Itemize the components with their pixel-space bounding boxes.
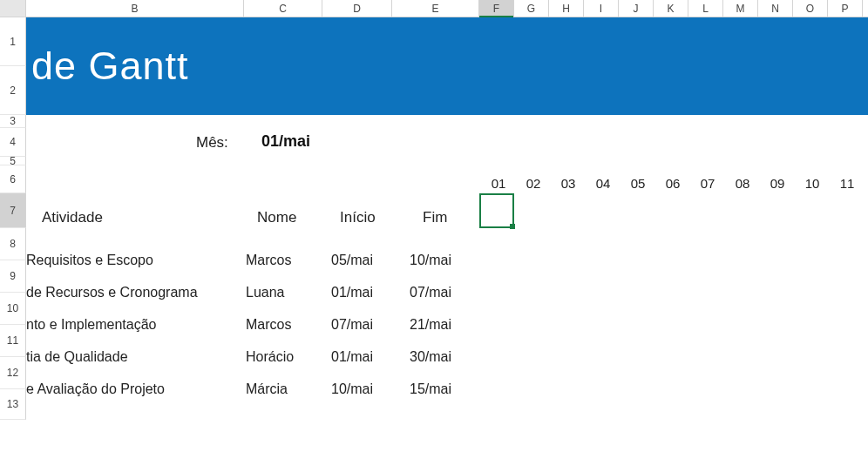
- active-cell-outline: [479, 193, 514, 228]
- row-header-5[interactable]: 5: [0, 157, 26, 165]
- cell-atividade: e Avaliação do Projeto: [26, 381, 165, 397]
- gantt-day-cell: 11: [830, 176, 865, 191]
- header-inicio: Início: [340, 209, 376, 226]
- column-header-P[interactable]: P: [828, 0, 863, 17]
- gantt-day-cell: 10: [795, 176, 830, 191]
- header-fim: Fim: [423, 209, 447, 226]
- cell-nome: Horácio: [246, 349, 294, 365]
- row-header-3[interactable]: 3: [0, 115, 26, 128]
- column-header-K[interactable]: K: [654, 0, 688, 17]
- column-header-N[interactable]: N: [758, 0, 793, 17]
- gantt-day-header: 0102030405060708091011: [481, 176, 865, 191]
- row-header-9[interactable]: 9: [0, 260, 26, 293]
- row-header-13[interactable]: 13: [0, 389, 26, 420]
- row-header-6[interactable]: 6: [0, 165, 26, 193]
- row-header-10[interactable]: 10: [0, 293, 26, 325]
- cell-nome: Luana: [246, 285, 285, 300]
- title-banner: de Gantt: [26, 17, 868, 115]
- cell-inicio: 01/mai: [331, 349, 373, 365]
- cell-nome: Marcos: [246, 253, 291, 268]
- gantt-day-cell: 04: [586, 176, 620, 191]
- column-header-O[interactable]: O: [793, 0, 828, 17]
- column-header-D[interactable]: D: [322, 0, 392, 17]
- row-header-column: 12345678910111213: [0, 17, 26, 420]
- cell-atividade: de Recursos e Cronograma: [26, 285, 198, 300]
- row-header-12[interactable]: 12: [0, 357, 26, 389]
- column-header-F[interactable]: F: [479, 0, 514, 17]
- cell-inicio: 01/mai: [331, 285, 373, 300]
- header-atividade: Atividade: [42, 209, 103, 226]
- cell-inicio: 10/mai: [331, 381, 373, 397]
- cell-atividade: nto e Implementação: [26, 317, 156, 333]
- gantt-day-cell: 07: [690, 176, 725, 191]
- column-header-C[interactable]: C: [244, 0, 322, 17]
- title-text: de Gantt: [31, 44, 189, 89]
- cell-atividade: tia de Qualidade: [26, 349, 128, 365]
- column-header-M[interactable]: M: [723, 0, 758, 17]
- cell-atividade: Requisitos e Escopo: [26, 253, 153, 268]
- cell-fim: 30/mai: [410, 349, 451, 365]
- row-header-7[interactable]: 7: [0, 193, 26, 228]
- cell-nome: Márcia: [246, 381, 288, 397]
- column-header-E[interactable]: E: [392, 0, 479, 17]
- sheet-content[interactable]: de Gantt Mês: 01/mai 0102030405060708091…: [26, 17, 868, 452]
- cell-fim: 10/mai: [410, 253, 451, 268]
- row-header-8[interactable]: 8: [0, 228, 26, 260]
- select-all-corner[interactable]: [0, 0, 26, 17]
- row-header-11[interactable]: 11: [0, 325, 26, 357]
- cell-nome: Marcos: [246, 317, 291, 333]
- column-header-B[interactable]: B: [26, 0, 244, 17]
- row-header-4[interactable]: 4: [0, 128, 26, 157]
- column-header-L[interactable]: L: [688, 0, 723, 17]
- gantt-day-cell: 01: [481, 176, 516, 191]
- fill-handle[interactable]: [510, 224, 515, 229]
- gantt-day-cell: 09: [760, 176, 795, 191]
- column-header-row: BCDEFGHIJKLMNOP: [0, 0, 868, 17]
- cell-fim: 07/mai: [410, 285, 451, 300]
- row-header-2[interactable]: 2: [0, 66, 26, 115]
- column-header-G[interactable]: G: [514, 0, 549, 17]
- gantt-day-cell: 05: [620, 176, 655, 191]
- header-nome: Nome: [257, 209, 296, 226]
- cell-inicio: 05/mai: [331, 253, 373, 268]
- column-header-J[interactable]: J: [619, 0, 654, 17]
- column-header-H[interactable]: H: [549, 0, 584, 17]
- gantt-day-cell: 03: [551, 176, 586, 191]
- month-label: Mês:: [196, 134, 228, 152]
- gantt-day-cell: 08: [725, 176, 760, 191]
- month-value[interactable]: 01/mai: [261, 132, 310, 151]
- gantt-day-cell: 06: [655, 176, 690, 191]
- column-header-I[interactable]: I: [584, 0, 619, 17]
- cell-inicio: 07/mai: [331, 317, 373, 333]
- gantt-day-cell: 02: [516, 176, 551, 191]
- cell-fim: 21/mai: [410, 317, 451, 333]
- cell-fim: 15/mai: [410, 381, 451, 397]
- row-header-1[interactable]: 1: [0, 17, 26, 66]
